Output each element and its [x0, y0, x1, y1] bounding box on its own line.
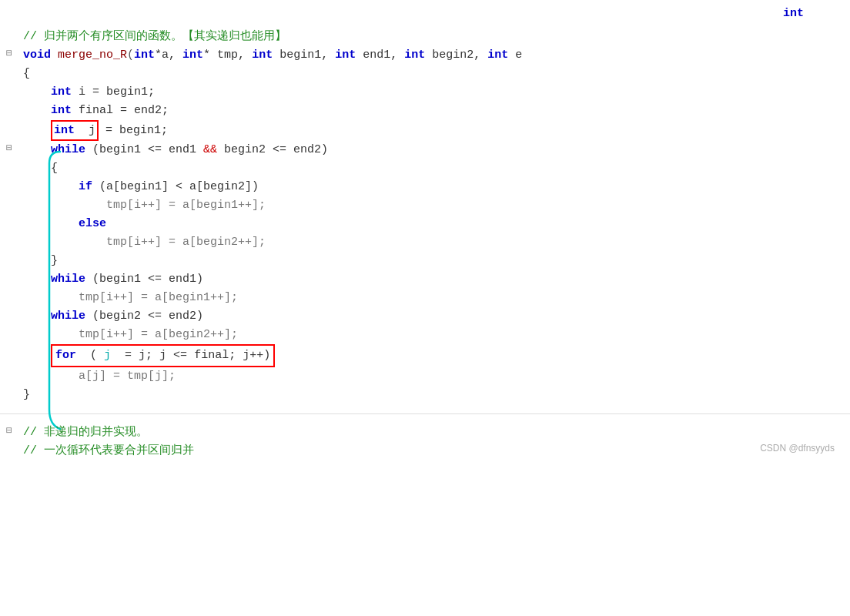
watermark: CSDN @dfnsyyds: [760, 441, 835, 456]
tmp-begin1-line2: tmp[i++] = a[begin1++];: [15, 289, 850, 307]
while-begin2-end2: while (begin2 <= end2): [15, 307, 850, 326]
tmp-begin2-line2: tmp[i++] = a[begin2++];: [15, 326, 850, 344]
bottom-comment-text-1: // 非递归的归并实现。: [23, 424, 148, 441]
for-highlight-box: for ( j = j; j <= final; j++): [51, 344, 275, 367]
top-label-area: int: [0, 0, 850, 22]
comment-line: // 归并两个有序区间的函数。【其实递归也能用】: [15, 28, 850, 46]
comment-text: // 归并两个有序区间的函数。【其实递归也能用】: [23, 28, 286, 45]
top-int-label: int: [783, 5, 804, 22]
else-line: else: [15, 215, 850, 233]
tmp-begin2-line: tmp[i++] = a[begin2++];: [15, 233, 850, 252]
int-j-line: int j = begin1;: [15, 120, 850, 141]
kw-void: void: [23, 46, 51, 64]
bottom-section: ⊟ // 非递归的归并实现。 // 一次循环代表要合并区间归并: [0, 417, 850, 464]
close-brace-outer: }: [15, 386, 850, 404]
function-signature-line: ⊟ void merge_no_R ( int *a, int * tmp, i…: [15, 46, 850, 65]
bottom-comment-text-2: // 一次循环代表要合并区间归并: [23, 442, 194, 460]
line-marker-2: ⊟: [6, 141, 12, 156]
open-brace-outer: {: [15, 65, 850, 83]
while-line-1: ⊟ while (begin1 <= end1 && begin2 <= end…: [15, 141, 850, 159]
code-container: int // 归并两个有序区间的函数。【其实递归也能用】 ⊟ void merg…: [0, 0, 850, 464]
bottom-comment-2: // 一次循环代表要合并区间归并: [15, 442, 850, 460]
if-line: if (a[begin1] < a[begin2]): [15, 178, 850, 196]
aj-tmpj-line: a[j] = tmp[j];: [15, 367, 850, 386]
int-j-highlight-box: int j: [51, 120, 99, 141]
int-final-line: int final = end2;: [15, 102, 850, 120]
open-brace-while: {: [15, 159, 850, 178]
bottom-line-marker: ⊟: [6, 424, 12, 439]
fn-name: merge_no_R: [58, 46, 127, 64]
bottom-comment-1: ⊟ // 非递归的归并实现。: [15, 424, 850, 442]
tmp-begin1-line: tmp[i++] = a[begin1++];: [15, 196, 850, 215]
main-code-block: // 归并两个有序区间的函数。【其实递归也能用】 ⊟ void merge_no…: [0, 22, 850, 410]
close-brace-while: }: [15, 252, 850, 270]
section-divider: [0, 413, 850, 414]
while-begin1-end1: while (begin1 <= end1): [15, 270, 850, 289]
for-line: for ( j = j; j <= final; j++): [15, 344, 850, 367]
int-i-line: int i = begin1;: [15, 83, 850, 102]
line-marker: ⊟: [6, 46, 12, 62]
